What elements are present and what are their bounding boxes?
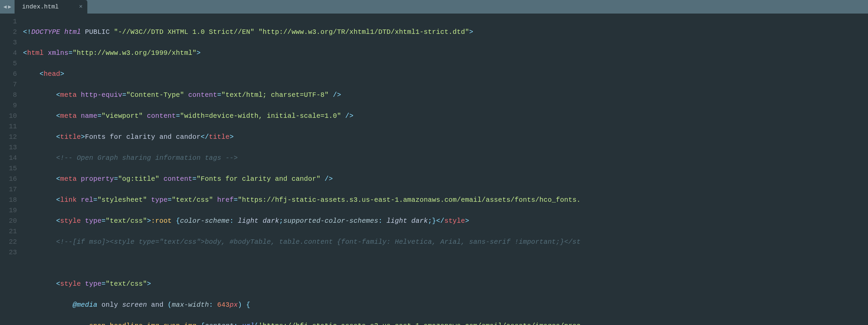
code-line xyxy=(23,258,868,268)
nav-forward-icon[interactable]: ▶ xyxy=(8,3,12,10)
code-line: @media only screen and (max-width: 643px… xyxy=(23,300,868,310)
code-content[interactable]: <!DOCTYPE html PUBLIC "-//W3C//DTD XHTML… xyxy=(23,14,868,325)
titlebar: ◀ ▶ index.html × xyxy=(0,0,868,14)
code-line: <!-- Open Graph sharing information tags… xyxy=(23,153,868,163)
code-line: <style type="text/css">:root {color-sche… xyxy=(23,216,868,226)
code-line: <meta name="viewport" content="width=dev… xyxy=(23,111,868,121)
tab-active[interactable]: index.html × xyxy=(15,0,87,14)
code-line: <link rel="stylesheet" type="text/css" h… xyxy=(23,195,868,205)
code-line: <style type="text/css"> xyxy=(23,279,868,289)
code-line: <meta http-equiv="Content-Type" content=… xyxy=(23,90,868,100)
nav-arrows: ◀ ▶ xyxy=(0,0,15,14)
code-line: <head> xyxy=(23,69,868,79)
nav-back-icon[interactable]: ◀ xyxy=(3,3,7,10)
code-line: <meta property="og:title" content="Fonts… xyxy=(23,174,868,184)
code-line: <!DOCTYPE html PUBLIC "-//W3C//DTD XHTML… xyxy=(23,27,868,37)
line-gutter: 1234567891011121314151617181920212223 xyxy=(0,14,23,325)
close-icon[interactable]: × xyxy=(79,3,83,10)
code-line: <!--[if mso]><style type="text/css">body… xyxy=(23,237,868,247)
code-line: <html xmlns="http://www.w3.org/1999/xhtm… xyxy=(23,48,868,58)
tab-title: index.html xyxy=(22,3,59,10)
code-line: <title>Fonts for clarity and candor</tit… xyxy=(23,132,868,142)
code-line: span.headline-img-swap img {content: url… xyxy=(23,321,868,325)
editor-area: 1234567891011121314151617181920212223 <!… xyxy=(0,14,868,325)
